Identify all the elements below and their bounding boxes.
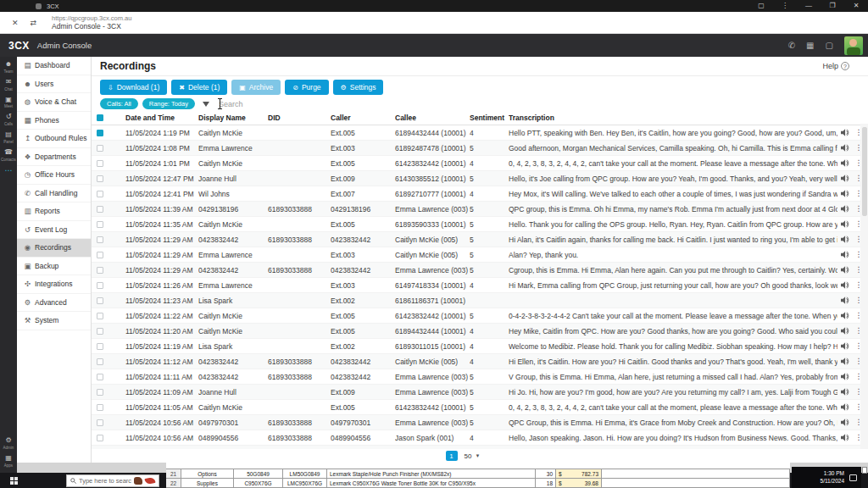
help-button[interactable]: Help ? [822, 62, 849, 70]
table-row[interactable]: 11/05/2024 11:39 AM042913819661893033888… [92, 202, 868, 217]
speaker-icon[interactable] [837, 251, 853, 258]
minimize-icon[interactable]: — [797, 0, 821, 12]
sidebar-item-outbound-rules[interactable]: ↥Outbound Rules [17, 130, 91, 148]
speaker-icon[interactable] [837, 281, 853, 289]
table-row[interactable]: 11/05/2024 11:23 AMLisa SparkExt.0026186… [92, 293, 868, 308]
sidebar-item-backup[interactable]: ▣Backup [17, 258, 91, 276]
speaker-icon[interactable] [837, 266, 853, 274]
sidebar-item-phones[interactable]: ▦Phones [17, 112, 91, 130]
browser-menu-icon[interactable]: ⋮ [773, 0, 797, 12]
table-row[interactable]: 11/05/2024 11:35 AMCaitlyn McKieExt.0056… [92, 217, 868, 232]
sidebar-item-integrations[interactable]: ✣Integrations [17, 275, 91, 294]
row-checkbox[interactable] [97, 191, 103, 197]
speaker-icon[interactable] [837, 327, 853, 335]
rail-item-contacts[interactable]: ☎Contacts [1, 149, 16, 162]
table-row[interactable]: 11/05/2024 12:47 PMJoanne HullExt.009614… [92, 171, 868, 186]
rail-item-team[interactable]: ☻Team [1, 61, 16, 74]
dialpad-icon[interactable]: ▦ [806, 41, 814, 50]
archive-button[interactable]: ▣Archive [231, 80, 281, 95]
speaker-icon[interactable] [837, 434, 853, 441]
row-checkbox[interactable] [97, 236, 103, 243]
sidebar-item-office-hours[interactable]: ◷Office Hours [17, 166, 91, 185]
rail-item-meet[interactable]: ▣Meet [1, 97, 16, 109]
speaker-icon[interactable] [837, 220, 853, 228]
browser-profile-icon[interactable]: ▢ [749, 0, 773, 12]
column-header-did[interactable]: DID [268, 114, 331, 122]
speaker-icon[interactable] [837, 358, 853, 365]
speaker-icon[interactable] [837, 419, 853, 426]
row-checkbox[interactable] [97, 343, 103, 350]
delete-button[interactable]: ✖Delete (1) [171, 80, 227, 95]
sidebar-item-departments[interactable]: ❖Departments [17, 148, 91, 167]
page-number-button[interactable]: 1 [446, 451, 458, 461]
row-checkbox[interactable] [97, 221, 103, 228]
row-checkbox[interactable] [97, 267, 103, 274]
sidebar-item-call-handling[interactable]: ✆Call Handling [17, 185, 91, 203]
column-header-callee[interactable]: Callee [395, 114, 470, 122]
table-row[interactable]: 11/05/2024 1:08 PMEmma LawrenceExt.00361… [92, 141, 868, 156]
speaker-icon[interactable] [837, 403, 853, 411]
row-checkbox[interactable] [97, 358, 103, 365]
sidebar-item-reports[interactable]: ▥Reports [17, 202, 91, 221]
row-checkbox[interactable] [97, 313, 103, 319]
purge-button[interactable]: ⊘Purge [285, 80, 328, 95]
download-button[interactable]: ⇩Download (1) [100, 80, 167, 95]
row-checkbox[interactable] [97, 374, 103, 380]
table-row[interactable]: 11/05/2024 1:01 PMCaitlyn McKieExt.00561… [92, 156, 868, 171]
rail-item-chat[interactable]: ✉Chat [1, 79, 16, 92]
start-button[interactable] [10, 477, 18, 485]
speaker-icon[interactable] [837, 175, 853, 182]
page-size-select[interactable]: 50 ▼ [465, 452, 481, 460]
taskbar-clock[interactable]: 1:30 PM 5/11/2024 [792, 467, 861, 488]
filter-chip-calls-all[interactable]: Calls: All [100, 98, 138, 109]
row-checkbox[interactable] [97, 130, 103, 136]
table-row[interactable]: 11/05/2024 12:41 PMWil JohnsExt.00761892… [92, 186, 868, 202]
table-row[interactable]: 11/05/2024 11:05 AMCaitlyn McKieExt.0056… [92, 400, 868, 415]
filter-chip-range-today[interactable]: Range: Today [142, 98, 195, 109]
table-row[interactable]: 11/05/2024 11:11 AM042383244261893033888… [92, 369, 868, 385]
table-row[interactable]: 11/05/2024 11:29 AMEmma LawrenceExt.003C… [92, 247, 868, 263]
row-checkbox[interactable] [97, 160, 103, 167]
close-search-icon[interactable]: ✕ [12, 19, 19, 27]
row-checkbox[interactable] [97, 419, 103, 426]
settings-button[interactable]: ⚙Settings [333, 80, 384, 95]
table-row[interactable]: 11/05/2024 11:19 AMLisa SparkExt.0026189… [92, 339, 868, 354]
speaker-icon[interactable] [837, 312, 853, 319]
sidebar-item-system[interactable]: ⚒System [17, 312, 91, 330]
row-checkbox[interactable] [97, 175, 103, 182]
rail-item-calls[interactable]: ↺Calls [1, 114, 16, 126]
notification-chat-icon[interactable] [849, 474, 857, 481]
close-icon[interactable]: ✕ [844, 0, 868, 12]
sidebar-item-advanced[interactable]: ⚙Advanced [17, 294, 91, 313]
speaker-icon[interactable] [837, 129, 853, 136]
column-header-display-name[interactable]: Display Name [198, 114, 268, 122]
speaker-icon[interactable] [837, 342, 853, 350]
rail-item-admin[interactable]: ⚙Admin [3, 437, 14, 450]
column-header-date-and-time[interactable]: Date and Time [125, 114, 198, 122]
speaker-icon[interactable] [837, 373, 853, 380]
table-row[interactable]: 11/05/2024 11:26 AMEmma LawrenceExt.0036… [92, 278, 868, 293]
taskbar-search-input[interactable] [79, 477, 131, 485]
row-checkbox[interactable] [97, 435, 103, 441]
table-row[interactable]: 11/05/2024 1:19 PMCaitlyn McKieExt.00561… [92, 125, 868, 141]
row-checkbox[interactable] [97, 145, 103, 152]
rail-item-more[interactable]: ⋯ [1, 167, 16, 175]
show-desktop-button[interactable] [862, 467, 867, 474]
tab-title[interactable]: 3CX [47, 3, 59, 10]
maximize-icon[interactable]: ❐ [821, 0, 844, 12]
table-row[interactable]: 11/05/2024 11:09 AMJoanne HullExt.009Emm… [92, 385, 868, 400]
rail-item-apps[interactable]: ▦Apps [3, 455, 14, 468]
table-row[interactable]: 11/05/2024 10:56 AM049797030161893033888… [92, 415, 868, 430]
sidebar-item-event-log[interactable]: ↺Event Log [17, 221, 91, 240]
search-input[interactable] [219, 100, 337, 108]
select-all-checkbox[interactable] [97, 114, 103, 121]
column-header-transcription[interactable]: Transcription [509, 114, 837, 122]
row-checkbox[interactable] [97, 252, 103, 258]
row-checkbox[interactable] [97, 389, 103, 396]
row-checkbox[interactable] [97, 297, 103, 304]
speaker-icon[interactable] [837, 144, 853, 152]
table-row[interactable]: 11/05/2024 10:56 AM048990455661893033888… [92, 430, 868, 446]
sidebar-item-recordings[interactable]: ◉Recordings [17, 239, 91, 258]
row-checkbox[interactable] [97, 404, 103, 411]
row-checkbox[interactable] [97, 206, 103, 213]
